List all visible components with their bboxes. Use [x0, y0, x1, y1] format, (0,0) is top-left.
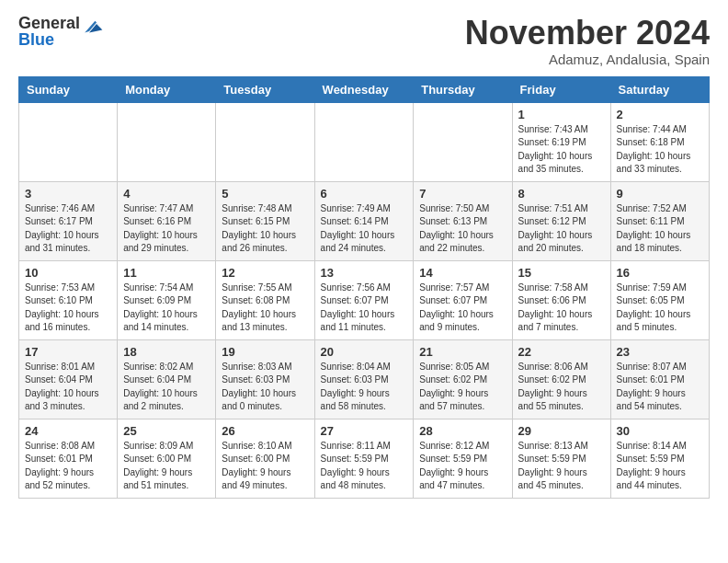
- day-number: 30: [617, 424, 703, 438]
- calendar-cell: 1Sunrise: 7:43 AM Sunset: 6:19 PM Daylig…: [512, 102, 610, 181]
- day-info: Sunrise: 8:11 AM Sunset: 5:59 PM Dayligh…: [321, 440, 408, 493]
- day-number: 2: [617, 108, 703, 121]
- week-row-5: 24Sunrise: 8:08 AM Sunset: 6:01 PM Dayli…: [19, 419, 710, 498]
- day-info: Sunrise: 7:57 AM Sunset: 6:07 PM Dayligh…: [419, 282, 506, 335]
- title-area: November 2024 Adamuz, Andalusia, Spain: [465, 15, 710, 67]
- day-number: 10: [25, 266, 111, 280]
- day-info: Sunrise: 7:55 AM Sunset: 6:08 PM Dayligh…: [222, 282, 308, 335]
- day-number: 23: [617, 345, 703, 359]
- calendar-cell: [19, 102, 118, 181]
- day-info: Sunrise: 8:10 AM Sunset: 6:00 PM Dayligh…: [222, 440, 308, 493]
- day-number: 11: [123, 266, 210, 280]
- day-info: Sunrise: 8:02 AM Sunset: 6:04 PM Dayligh…: [123, 361, 210, 414]
- day-info: Sunrise: 7:46 AM Sunset: 6:17 PM Dayligh…: [25, 202, 111, 256]
- day-info: Sunrise: 7:52 AM Sunset: 6:11 PM Dayligh…: [617, 202, 703, 256]
- month-year: November 2024: [465, 15, 710, 52]
- calendar-cell: 20Sunrise: 8:04 AM Sunset: 6:03 PM Dayli…: [314, 339, 414, 419]
- calendar-cell: [314, 102, 414, 181]
- col-header-friday: Friday: [512, 76, 610, 102]
- day-info: Sunrise: 7:59 AM Sunset: 6:05 PM Dayligh…: [617, 282, 703, 335]
- calendar-cell: 7Sunrise: 7:50 AM Sunset: 6:13 PM Daylig…: [414, 181, 512, 260]
- day-info: Sunrise: 7:49 AM Sunset: 6:14 PM Dayligh…: [321, 202, 408, 256]
- calendar-cell: 14Sunrise: 7:57 AM Sunset: 6:07 PM Dayli…: [414, 260, 512, 339]
- day-number: 16: [617, 266, 703, 280]
- calendar-cell: 9Sunrise: 7:52 AM Sunset: 6:11 PM Daylig…: [610, 181, 709, 260]
- day-info: Sunrise: 7:58 AM Sunset: 6:06 PM Dayligh…: [518, 282, 605, 335]
- day-info: Sunrise: 7:53 AM Sunset: 6:10 PM Dayligh…: [25, 282, 111, 335]
- calendar-cell: 3Sunrise: 7:46 AM Sunset: 6:17 PM Daylig…: [19, 181, 118, 260]
- calendar-cell: 28Sunrise: 8:12 AM Sunset: 5:59 PM Dayli…: [414, 419, 512, 498]
- day-number: 8: [518, 187, 605, 201]
- day-number: 19: [222, 345, 308, 359]
- day-info: Sunrise: 8:03 AM Sunset: 6:03 PM Dayligh…: [222, 361, 308, 414]
- calendar-cell: 5Sunrise: 7:48 AM Sunset: 6:15 PM Daylig…: [216, 181, 314, 260]
- logo-icon: [82, 17, 104, 39]
- day-number: 4: [123, 187, 210, 201]
- col-header-wednesday: Wednesday: [314, 76, 414, 102]
- logo-blue-text: Blue: [18, 31, 80, 48]
- day-info: Sunrise: 7:56 AM Sunset: 6:07 PM Dayligh…: [321, 282, 408, 335]
- day-info: Sunrise: 8:05 AM Sunset: 6:02 PM Dayligh…: [419, 361, 506, 414]
- day-number: 25: [123, 424, 210, 438]
- day-info: Sunrise: 8:14 AM Sunset: 5:59 PM Dayligh…: [617, 440, 703, 493]
- calendar-cell: 8Sunrise: 7:51 AM Sunset: 6:12 PM Daylig…: [512, 181, 610, 260]
- calendar-cell: 12Sunrise: 7:55 AM Sunset: 6:08 PM Dayli…: [216, 260, 314, 339]
- day-number: 3: [25, 187, 111, 201]
- calendar-cell: 2Sunrise: 7:44 AM Sunset: 6:18 PM Daylig…: [610, 102, 709, 181]
- col-header-tuesday: Tuesday: [216, 76, 314, 102]
- calendar-cell: 25Sunrise: 8:09 AM Sunset: 6:00 PM Dayli…: [118, 419, 216, 498]
- col-header-thursday: Thursday: [414, 76, 512, 102]
- calendar-cell: 26Sunrise: 8:10 AM Sunset: 6:00 PM Dayli…: [216, 419, 314, 498]
- day-info: Sunrise: 8:12 AM Sunset: 5:59 PM Dayligh…: [419, 440, 506, 493]
- day-number: 15: [518, 266, 605, 280]
- calendar-cell: 23Sunrise: 8:07 AM Sunset: 6:01 PM Dayli…: [610, 339, 709, 419]
- calendar-cell: 24Sunrise: 8:08 AM Sunset: 6:01 PM Dayli…: [19, 419, 118, 498]
- logo: General Blue: [18, 15, 104, 48]
- day-info: Sunrise: 7:43 AM Sunset: 6:19 PM Dayligh…: [518, 123, 605, 177]
- calendar-table: SundayMondayTuesdayWednesdayThursdayFrid…: [18, 76, 710, 499]
- calendar-cell: [414, 102, 512, 181]
- calendar-cell: 30Sunrise: 8:14 AM Sunset: 5:59 PM Dayli…: [610, 419, 709, 498]
- col-header-sunday: Sunday: [19, 76, 118, 102]
- location: Adamuz, Andalusia, Spain: [465, 52, 710, 67]
- day-info: Sunrise: 8:13 AM Sunset: 5:59 PM Dayligh…: [518, 440, 605, 493]
- day-number: 17: [25, 345, 111, 359]
- day-number: 22: [518, 345, 605, 359]
- day-info: Sunrise: 7:44 AM Sunset: 6:18 PM Dayligh…: [617, 123, 703, 177]
- day-info: Sunrise: 7:48 AM Sunset: 6:15 PM Dayligh…: [222, 202, 308, 256]
- day-number: 5: [222, 187, 308, 201]
- day-number: 1: [518, 108, 605, 121]
- calendar-cell: [118, 102, 216, 181]
- header: General Blue November 2024 Adamuz, Andal…: [18, 15, 710, 67]
- week-row-4: 17Sunrise: 8:01 AM Sunset: 6:04 PM Dayli…: [19, 339, 710, 419]
- calendar-cell: 19Sunrise: 8:03 AM Sunset: 6:03 PM Dayli…: [216, 339, 314, 419]
- day-number: 24: [25, 424, 111, 438]
- week-row-1: 1Sunrise: 7:43 AM Sunset: 6:19 PM Daylig…: [19, 102, 710, 181]
- day-number: 20: [321, 345, 408, 359]
- col-header-monday: Monday: [118, 76, 216, 102]
- col-header-saturday: Saturday: [610, 76, 709, 102]
- day-number: 26: [222, 424, 308, 438]
- day-info: Sunrise: 7:50 AM Sunset: 6:13 PM Dayligh…: [419, 202, 506, 256]
- day-number: 28: [419, 424, 506, 438]
- day-info: Sunrise: 7:47 AM Sunset: 6:16 PM Dayligh…: [123, 202, 210, 256]
- calendar-cell: [216, 102, 314, 181]
- day-info: Sunrise: 8:08 AM Sunset: 6:01 PM Dayligh…: [25, 440, 111, 493]
- day-number: 29: [518, 424, 605, 438]
- day-number: 13: [321, 266, 408, 280]
- day-number: 14: [419, 266, 506, 280]
- day-number: 18: [123, 345, 210, 359]
- calendar-cell: 17Sunrise: 8:01 AM Sunset: 6:04 PM Dayli…: [19, 339, 118, 419]
- day-info: Sunrise: 8:01 AM Sunset: 6:04 PM Dayligh…: [25, 361, 111, 414]
- calendar-cell: 11Sunrise: 7:54 AM Sunset: 6:09 PM Dayli…: [118, 260, 216, 339]
- day-info: Sunrise: 8:04 AM Sunset: 6:03 PM Dayligh…: [321, 361, 408, 414]
- calendar-cell: 29Sunrise: 8:13 AM Sunset: 5:59 PM Dayli…: [512, 419, 610, 498]
- week-row-2: 3Sunrise: 7:46 AM Sunset: 6:17 PM Daylig…: [19, 181, 710, 260]
- calendar-cell: 10Sunrise: 7:53 AM Sunset: 6:10 PM Dayli…: [19, 260, 118, 339]
- calendar-cell: 15Sunrise: 7:58 AM Sunset: 6:06 PM Dayli…: [512, 260, 610, 339]
- page: General Blue November 2024 Adamuz, Andal…: [0, 0, 728, 517]
- day-number: 6: [321, 187, 408, 201]
- day-info: Sunrise: 8:07 AM Sunset: 6:01 PM Dayligh…: [617, 361, 703, 414]
- week-row-3: 10Sunrise: 7:53 AM Sunset: 6:10 PM Dayli…: [19, 260, 710, 339]
- day-info: Sunrise: 8:06 AM Sunset: 6:02 PM Dayligh…: [518, 361, 605, 414]
